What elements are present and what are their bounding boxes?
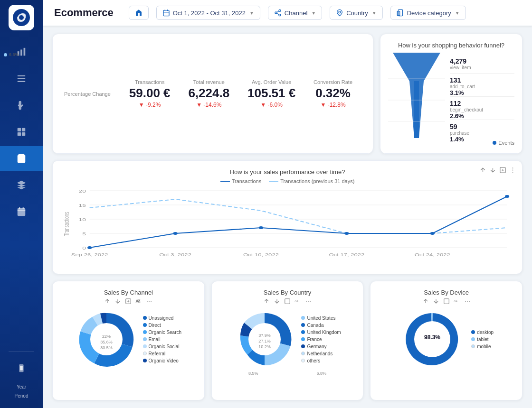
svg-point-56 — [505, 195, 509, 198]
country-az-icon[interactable]: AZ — [294, 298, 301, 305]
device-filter-value: Device category — [407, 9, 451, 17]
sidebar-bottom: Year Period — [15, 356, 28, 403]
svg-text:10.2%: 10.2% — [259, 344, 271, 349]
svg-point-52 — [173, 232, 177, 235]
svg-rect-71 — [285, 299, 290, 304]
country-legend: United States Canada United Kingdom Fran… — [301, 315, 341, 363]
sidebar: Year Period — [0, 0, 43, 408]
channel-chevron: ▼ — [311, 10, 316, 16]
channel-donut-body: 22% 35.6% 30.5% 6.6% Unassigned Direct O… — [60, 308, 197, 370]
filter-home[interactable] — [129, 6, 149, 20]
header: Ecommerce Oct 1, 2022 - Oct 31, 2022 ▼ C… — [43, 0, 532, 26]
channel-up-icon[interactable] — [104, 298, 111, 305]
chart-down-icon[interactable] — [489, 167, 496, 174]
svg-rect-9 — [22, 128, 25, 131]
device-down-icon[interactable] — [433, 298, 439, 305]
svg-text:0: 0 — [82, 246, 86, 250]
country-donut-body: 37.9% 27.1% 10.2% United States Canada U… — [219, 308, 356, 370]
sidebar-item-list[interactable] — [0, 66, 43, 91]
sidebar-item-box[interactable] — [0, 173, 43, 197]
channel-export-icon[interactable] — [125, 298, 132, 305]
svg-text:Oct 17, 2022: Oct 17, 2022 — [329, 252, 364, 257]
kpi-conversion-label: Conversion Rate — [314, 79, 352, 85]
channel-az-icon[interactable]: AZ — [135, 298, 142, 305]
kpi-avg-value: 105.51 € — [247, 86, 295, 101]
kpi-transactions-change: -9.2% — [129, 102, 171, 108]
channel-down-icon[interactable] — [114, 298, 121, 305]
svg-point-65 — [149, 301, 150, 302]
kpi-revenue-value: 6,224.8 — [188, 86, 229, 101]
country-down-icon[interactable] — [274, 298, 280, 305]
country-export-icon[interactable] — [284, 298, 291, 305]
country-actions: AZ — [219, 298, 356, 305]
svg-point-23 — [279, 9, 281, 11]
svg-point-82 — [465, 301, 466, 302]
kpi-conversion-change: -12.8% — [314, 102, 352, 108]
filter-device[interactable]: Device category ▼ — [390, 6, 466, 20]
kpi-revenue: Total revenue 6,224.8 -14.6% — [188, 79, 229, 108]
sidebar-item-calendar[interactable] — [0, 199, 43, 224]
svg-point-38 — [513, 170, 513, 171]
svg-point-1 — [19, 15, 24, 20]
dashboard-content: Percentage Change Transactions 59.00 € -… — [43, 26, 532, 408]
channel-more-icon[interactable] — [146, 298, 152, 305]
svg-text:27.1%: 27.1% — [259, 339, 271, 343]
sidebar-item-touch[interactable] — [0, 93, 43, 118]
country-donut-svg: 37.9% 27.1% 10.2% — [234, 308, 295, 370]
country-title: Sales By Country — [219, 289, 356, 296]
sidebar-item-cart[interactable] — [0, 146, 43, 171]
chart-export-icon[interactable] — [499, 167, 506, 174]
svg-text:30.5%: 30.5% — [100, 345, 113, 350]
svg-text:37.9%: 37.9% — [259, 333, 271, 338]
app-logo — [9, 5, 34, 30]
sales-chart-card: How is your sales performance over time?… — [52, 160, 522, 274]
svg-rect-11 — [22, 132, 25, 136]
device-chevron: ▼ — [455, 10, 460, 16]
country-more-icon[interactable] — [305, 298, 312, 305]
sidebar-item-year[interactable] — [15, 356, 28, 380]
date-chevron: ▼ — [249, 10, 254, 16]
device-up-icon[interactable] — [422, 298, 429, 305]
svg-point-54 — [344, 232, 349, 235]
svg-rect-3 — [20, 50, 22, 56]
filter-date[interactable]: Oct 1, 2022 - Oct 31, 2022 ▼ — [156, 6, 260, 20]
svg-rect-10 — [18, 132, 21, 136]
channel-donut-card: Sales By Channel AZ — [52, 281, 205, 400]
svg-rect-19 — [163, 10, 169, 16]
kpi-transactions-label: Transactions — [129, 79, 171, 85]
funnel-step-checkout: 112 begin_checkout 2.6% — [450, 96, 514, 120]
top-row: Percentage Change Transactions 59.00 € -… — [52, 34, 522, 154]
svg-point-75 — [310, 301, 311, 302]
svg-rect-7 — [18, 81, 26, 82]
country-chevron: ▼ — [372, 10, 377, 16]
country-up-icon[interactable] — [263, 298, 270, 305]
channel-filter-value: Channel — [285, 9, 307, 17]
filter-country[interactable]: Country ▼ — [330, 6, 382, 20]
device-az-icon[interactable]: AZ — [454, 298, 460, 305]
svg-line-26 — [277, 13, 279, 15]
legend-transactions: Transactions — [220, 178, 262, 184]
device-export-icon[interactable] — [443, 298, 450, 305]
chart-legend: Transactions Transactions (previous 31 d… — [60, 178, 514, 184]
device-title: Sales By Device — [378, 289, 514, 296]
svg-point-53 — [259, 226, 263, 229]
svg-point-51 — [87, 246, 92, 249]
kpi-avg-order: Avg. Order Value 105.51 € -6.0% — [247, 79, 295, 108]
svg-text:22%: 22% — [102, 334, 111, 339]
sidebar-period-label: Period — [15, 393, 28, 399]
device-donut-card: Sales By Device AZ — [370, 281, 522, 400]
svg-point-67 — [90, 323, 123, 355]
svg-point-25 — [279, 14, 281, 16]
funnel-step-purchase: 59 purchase 1.4% — [450, 120, 514, 143]
filter-channel[interactable]: Channel ▼ — [268, 6, 322, 20]
sidebar-item-grid[interactable] — [0, 120, 43, 144]
svg-point-28 — [339, 11, 341, 13]
svg-text:AZ: AZ — [295, 299, 299, 302]
chart-up-icon[interactable] — [479, 167, 486, 174]
funnel-title: How is your shopping behavior funnel? — [388, 42, 514, 49]
svg-text:Oct 24, 2022: Oct 24, 2022 — [415, 252, 450, 257]
chart-more-icon[interactable] — [509, 167, 516, 174]
device-more-icon[interactable] — [464, 298, 471, 305]
svg-text:AZ: AZ — [454, 299, 457, 302]
svg-text:15: 15 — [79, 203, 86, 208]
